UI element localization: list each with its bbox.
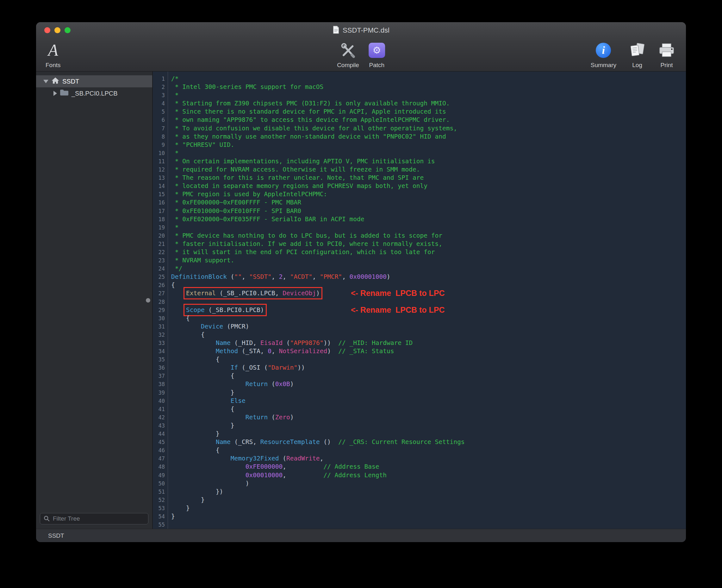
- line-number: 35: [152, 355, 165, 364]
- code-line: Device (PMCR): [171, 322, 686, 331]
- print-label: Print: [660, 62, 673, 69]
- window-title-group: SSDT-PMC.dsl: [333, 26, 389, 35]
- code-line: {: [171, 314, 686, 322]
- code-line: Memory32Fixed (ReadWrite,: [171, 455, 686, 463]
- annotation-text: <- Rename LPCB to LPC: [351, 289, 445, 297]
- line-number: 45: [152, 438, 165, 446]
- fonts-label: Fonts: [46, 62, 61, 69]
- line-number: 14: [152, 182, 165, 190]
- code-line: }): [171, 488, 686, 496]
- print-button[interactable]: Print: [658, 41, 675, 69]
- patch-label: Patch: [369, 62, 385, 69]
- line-number: 9: [152, 141, 165, 149]
- fonts-button[interactable]: A Fonts: [46, 41, 61, 69]
- code-line: }: [171, 504, 686, 512]
- line-number: 21: [152, 240, 165, 248]
- compile-button[interactable]: Compile: [337, 41, 359, 69]
- patch-button[interactable]: ⚙ Patch: [368, 41, 385, 69]
- line-number: 43: [152, 422, 165, 430]
- code-line: External (_SB_.PCI0.LPCB, DeviceObj)<- R…: [171, 289, 686, 297]
- folder-icon: [60, 89, 69, 98]
- line-number: 5: [152, 108, 165, 116]
- summary-button[interactable]: i Summary: [591, 41, 616, 69]
- line-number: 8: [152, 132, 165, 141]
- code-line: *: [171, 91, 686, 99]
- splitter-handle[interactable]: [146, 298, 150, 302]
- annotation-text: <- Rename LPCB to LPC: [351, 306, 445, 314]
- code-line: * PMC region is used by AppleIntelPCHPMC…: [171, 190, 686, 198]
- code-line: Return (0x0B): [171, 380, 686, 388]
- line-number: 11: [152, 157, 165, 166]
- line-number: 55: [152, 521, 165, 529]
- line-number: 25: [152, 273, 165, 281]
- app-window: SSDT-PMC.dsl A Fonts: [36, 22, 686, 542]
- pages-icon: [629, 41, 645, 60]
- tree-item-label: SSDT: [62, 78, 79, 85]
- code-line: * 0xFE010000~0xFE010FFF - SPI BAR0: [171, 207, 686, 215]
- annotation-highlight-box: Scope (_SB.PCI0.LPCB): [186, 306, 264, 314]
- code-line: [171, 521, 686, 529]
- line-number: 52: [152, 496, 165, 504]
- main-split: SSDT _SB.PCI0.LPCB: [36, 71, 686, 529]
- tree-item-ssdt[interactable]: SSDT: [36, 75, 152, 87]
- line-number: 50: [152, 480, 165, 488]
- line-number: 15: [152, 190, 165, 198]
- code-line: * 0xFE020000~0xFE035FFF - SerialIo BAR i…: [171, 215, 686, 224]
- line-number: 37: [152, 372, 165, 380]
- code-line: 0x00010000, // Address Length: [171, 471, 686, 480]
- window-chrome: SSDT-PMC.dsl A Fonts: [36, 22, 686, 71]
- code-lines: /* * Intel 300-series PMC support for ma…: [168, 71, 686, 529]
- code-line: Scope (_SB.PCI0.LPCB)<- Rename LPCB to L…: [171, 306, 686, 314]
- code-line: */: [171, 265, 686, 273]
- line-number: 48: [152, 463, 165, 471]
- code-line: *: [171, 149, 686, 157]
- annotation-highlight-box: External (_SB_.PCI0.LPCB, DeviceObj): [186, 290, 320, 297]
- code-line: * required for NVRAM access. Otherwise i…: [171, 166, 686, 174]
- line-number: 2: [152, 83, 165, 91]
- tree-item-lpcb[interactable]: _SB.PCI0.LPCB: [36, 87, 152, 99]
- line-number: 53: [152, 504, 165, 512]
- line-number: 39: [152, 388, 165, 397]
- line-number: 32: [152, 331, 165, 339]
- line-number: 23: [152, 256, 165, 265]
- code-line: * To avoid confusion we disable this dev…: [171, 124, 686, 132]
- traffic-lights: [44, 27, 70, 33]
- code-line: * 0xFE000000~0xFE00FFFF - PMC MBAR: [171, 198, 686, 207]
- line-number: 40: [152, 397, 165, 405]
- code-line: * located in separate memory regions and…: [171, 182, 686, 190]
- code-line: }: [171, 496, 686, 504]
- code-line: {: [171, 446, 686, 455]
- close-button[interactable]: [44, 27, 50, 33]
- line-number: 22: [152, 248, 165, 256]
- code-line: {: [171, 372, 686, 380]
- document-icon: [333, 26, 339, 35]
- line-number: 49: [152, 471, 165, 480]
- disclosure-open-icon[interactable]: [43, 80, 48, 83]
- line-number: 41: [152, 405, 165, 413]
- filter-tree-container: [36, 510, 152, 529]
- code-line: * Since there is no standard device for …: [171, 108, 686, 116]
- log-button[interactable]: Log: [629, 41, 645, 69]
- code-line: * Starting from Z390 chipsets PMC (D31:F…: [171, 99, 686, 108]
- code-line: * Intel 300-series PMC support for macOS: [171, 83, 686, 91]
- code-line: * own naming "APP9876" to access this de…: [171, 116, 686, 124]
- pane-divider: [152, 71, 153, 529]
- titlebar[interactable]: SSDT-PMC.dsl: [36, 22, 686, 39]
- code-editor[interactable]: 1234567891011121314151617181920212223242…: [152, 71, 686, 529]
- line-number: 33: [152, 339, 165, 347]
- code-line: DefinitionBlock ("", "SSDT", 2, "ACDT", …: [171, 273, 686, 281]
- code-line: If (_OSI ("Darwin")): [171, 364, 686, 372]
- zoom-button[interactable]: [65, 27, 70, 33]
- search-icon: [44, 516, 50, 523]
- disclosure-closed-icon[interactable]: [54, 91, 57, 96]
- line-number: 44: [152, 430, 165, 438]
- line-number: 16: [152, 198, 165, 207]
- filter-tree-input[interactable]: [40, 513, 148, 524]
- minimize-button[interactable]: [55, 27, 60, 33]
- log-label: Log: [632, 62, 642, 69]
- line-number: 17: [152, 207, 165, 215]
- code-line: * as they normally use another non-stand…: [171, 132, 686, 141]
- code-line: * faster initialisation. If we add it to…: [171, 240, 686, 248]
- code-line: Else: [171, 397, 686, 405]
- line-number: 31: [152, 322, 165, 331]
